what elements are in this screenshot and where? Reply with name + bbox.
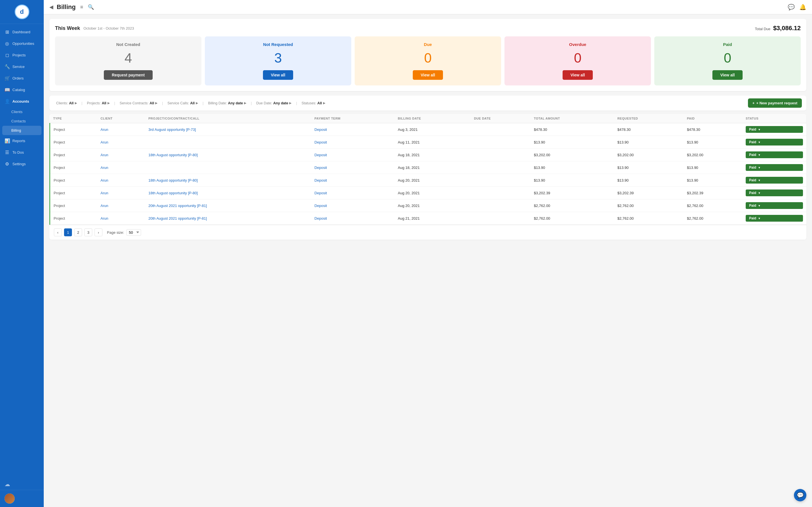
cell-client[interactable]: Arun [97, 200, 145, 212]
collapse-sidebar-button[interactable]: ◀ [49, 4, 53, 10]
sidebar-item-todos[interactable]: ☰ To Dos [0, 147, 44, 158]
chat-icon[interactable]: 💬 [788, 4, 795, 10]
sidebar-item-orders[interactable]: 🛒 Orders [0, 72, 44, 84]
statuses-filter-arrow: ▶ [323, 101, 325, 105]
sidebar-item-settings[interactable]: ⚙ Settings [0, 158, 44, 170]
cell-term[interactable]: Deposit [311, 200, 394, 212]
page-size-select[interactable]: 50 100 200 [126, 229, 141, 236]
table-row: Project Arun 18th August opportunity [P-… [50, 149, 807, 161]
sidebar-sub-item-billing[interactable]: Billing [2, 126, 42, 135]
filter-clients[interactable]: Clients: All ▶ [54, 100, 79, 106]
cell-due-date [471, 123, 530, 136]
sidebar-item-opportunities[interactable]: ◎ Opportunities [0, 38, 44, 49]
sidebar-sub-item-clients[interactable]: Clients [0, 107, 44, 116]
due-view-all-button[interactable]: View all [413, 70, 443, 80]
status-badge[interactable]: Paid ▼ [746, 139, 803, 146]
status-badge[interactable]: Paid ▼ [746, 189, 803, 196]
filter-service-calls[interactable]: Service Calls: All ▶ [165, 100, 200, 106]
not-created-label: Not Created [59, 42, 197, 47]
service-icon: 🔧 [4, 64, 10, 69]
filter-due-date[interactable]: Due Date: Any date ▶ [254, 100, 294, 106]
status-badge[interactable]: Paid ▼ [746, 126, 803, 133]
cell-client[interactable]: Arun [97, 136, 145, 149]
sidebar-item-accounts[interactable]: 👤 Accounts [0, 96, 44, 107]
total-due: Total Due $3,086.12 [755, 24, 801, 32]
cell-total: $13.90 [530, 136, 614, 149]
cell-project[interactable]: 3rd August opportunity [P-73] [145, 123, 311, 136]
sidebar: d ⊞ Dashboard ◎ Opportunities ◻ Projects… [0, 0, 44, 507]
cell-client[interactable]: Arun [97, 149, 145, 161]
sidebar-item-catalog[interactable]: 📖 Catalog [0, 84, 44, 96]
status-badge[interactable]: Paid ▼ [746, 177, 803, 183]
status-card-overdue: Overdue 0 View all [504, 36, 651, 86]
col-requested: REQUESTED [614, 114, 684, 123]
sidebar-item-projects[interactable]: ◻ Projects [0, 49, 44, 61]
sidebar-item-reports[interactable]: 📊 Reports [0, 135, 44, 147]
request-payment-button[interactable]: Request payment [104, 70, 153, 80]
status-badge[interactable]: Paid ▼ [746, 215, 803, 222]
cell-client[interactable]: Arun [97, 161, 145, 174]
cell-total: $3,202.39 [530, 187, 614, 200]
sidebar-sub-item-contacts[interactable]: Contacts [0, 116, 44, 126]
cell-billing-date: Aug 20, 2021 [394, 174, 471, 187]
sidebar-item-label: Dashboard [12, 30, 31, 34]
user-avatar[interactable] [4, 494, 15, 504]
cell-term[interactable]: Deposit [311, 161, 394, 174]
col-status: STATUS [742, 114, 806, 123]
chat-bubble-button[interactable]: 💬 [794, 489, 806, 501]
filter-projects[interactable]: Projects: All ▶ [85, 100, 112, 106]
cell-client[interactable]: Arun [97, 212, 145, 225]
page-1-button[interactable]: 1 [64, 228, 72, 236]
cell-client[interactable]: Arun [97, 123, 145, 136]
sidebar-item-service[interactable]: 🔧 Service [0, 61, 44, 72]
cell-term[interactable]: Deposit [311, 187, 394, 200]
cell-project[interactable]: 18th August opportunity [P-80] [145, 187, 311, 200]
paid-view-all-button[interactable]: View all [712, 70, 743, 80]
filter-icon[interactable]: ≡ [80, 4, 83, 10]
status-badge[interactable]: Paid ▼ [746, 164, 803, 171]
cell-paid: $13.90 [684, 136, 742, 149]
cell-project[interactable] [145, 161, 311, 174]
service-calls-filter-label: Service Calls: [168, 101, 189, 105]
cell-client[interactable]: Arun [97, 174, 145, 187]
cell-total: $13.90 [530, 161, 614, 174]
cloud-sync-icon[interactable]: ☁ [0, 478, 44, 490]
reports-icon: 📊 [4, 138, 10, 144]
cell-project[interactable]: 20th August 2021 opportunity [P-81] [145, 212, 311, 225]
notification-icon[interactable]: 🔔 [799, 4, 806, 10]
cell-total: $13.90 [530, 174, 614, 187]
new-payment-request-button[interactable]: + + New payment request [748, 98, 802, 108]
cell-client[interactable]: Arun [97, 187, 145, 200]
overdue-view-all-button[interactable]: View all [562, 70, 593, 80]
cell-requested: $3,202.00 [614, 149, 684, 161]
filter-statuses[interactable]: Statuses: All ▶ [300, 100, 328, 106]
cell-term[interactable]: Deposit [311, 123, 394, 136]
cell-type: Project [50, 200, 97, 212]
page-2-button[interactable]: 2 [74, 228, 82, 236]
status-dropdown-arrow: ▼ [758, 179, 761, 182]
not-requested-view-all-button[interactable]: View all [263, 70, 293, 80]
cell-term[interactable]: Deposit [311, 212, 394, 225]
status-badge[interactable]: Paid ▼ [746, 202, 803, 209]
cell-term[interactable]: Deposit [311, 174, 394, 187]
sidebar-item-dashboard[interactable]: ⊞ Dashboard [0, 26, 44, 38]
filter-service-contracts[interactable]: Service Contracts: All ▶ [117, 100, 160, 106]
page-3-button[interactable]: 3 [85, 228, 92, 236]
cell-paid: $2,762.00 [684, 200, 742, 212]
prev-page-button[interactable]: ‹ [54, 228, 62, 236]
cell-project[interactable] [145, 136, 311, 149]
next-page-button[interactable]: › [95, 228, 102, 236]
search-icon[interactable]: 🔍 [88, 4, 94, 10]
cell-term[interactable]: Deposit [311, 136, 394, 149]
filter-billing-date[interactable]: Billing Date: Any date ▶ [206, 100, 249, 106]
app-logo[interactable]: d [15, 4, 29, 19]
cell-project[interactable]: 18th August opportunity [P-80] [145, 149, 311, 161]
cell-billing-date: Aug 11, 2021 [394, 136, 471, 149]
status-badge[interactable]: Paid ▼ [746, 152, 803, 158]
cell-type: Project [50, 161, 97, 174]
cell-term[interactable]: Deposit [311, 149, 394, 161]
sidebar-item-label: Reports [12, 139, 25, 143]
cell-project[interactable]: 18th August opportunity [P-80] [145, 174, 311, 187]
cell-billing-date: Aug 20, 2021 [394, 187, 471, 200]
cell-project[interactable]: 20th August 2021 opportunity [P-81] [145, 200, 311, 212]
